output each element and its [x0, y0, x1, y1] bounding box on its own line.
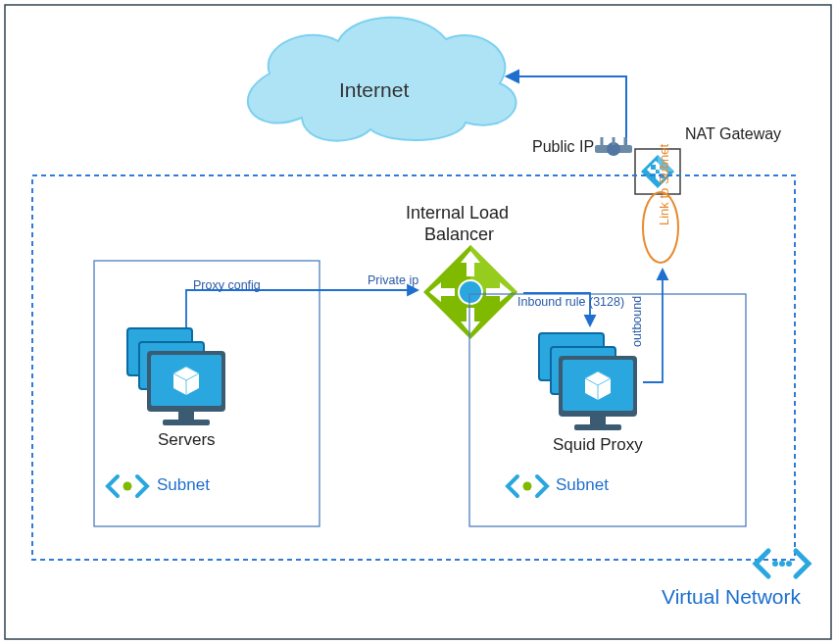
svg-rect-41 [590, 417, 606, 424]
subnet-label-right: Subnet [556, 475, 609, 495]
internal-lb-label-2: Balancer [424, 224, 494, 245]
svg-marker-0 [507, 71, 518, 82]
arrow-nat-to-internet [507, 71, 626, 148]
svg-marker-47 [585, 316, 595, 325]
servers-label: Servers [158, 430, 216, 450]
svg-rect-14 [651, 170, 656, 173]
svg-point-52 [779, 561, 785, 567]
virtual-network-icon [756, 551, 809, 576]
squid-proxy-icon [539, 333, 637, 430]
servers-icon [127, 328, 225, 425]
internet-label: Internet [339, 78, 409, 102]
private-ip-label: Private ip [368, 273, 418, 287]
squid-proxy-label: Squid Proxy [553, 435, 643, 455]
diagram-svg [0, 0, 836, 644]
svg-rect-42 [574, 424, 621, 430]
subnet-label-left: Subnet [157, 475, 210, 495]
subnet-tag-icon-left [108, 476, 147, 496]
svg-point-51 [772, 561, 778, 567]
svg-rect-32 [178, 412, 194, 420]
public-ip-icon [595, 137, 632, 156]
internal-lb-label-1: Internal Load [406, 203, 509, 223]
diagram-canvas: Internet Public IP NAT Gateway Link to S… [0, 0, 836, 644]
svg-point-53 [786, 561, 792, 567]
subnet-tag-icon-right [508, 476, 547, 496]
outbound-label: outbound [630, 296, 644, 347]
svg-marker-48 [658, 270, 667, 279]
public-ip-label: Public IP [532, 138, 594, 156]
nat-gateway-label: NAT Gateway [685, 125, 781, 143]
svg-point-50 [523, 482, 532, 491]
svg-point-19 [459, 280, 482, 304]
virtual-network-label: Virtual Network [662, 585, 801, 609]
proxy-config-label: Proxy config [193, 278, 261, 292]
link-to-subnet-label: Link to Subnet [657, 144, 671, 225]
inbound-rule-label: Inbound rule (3128) [517, 295, 624, 309]
arrow-outbound [643, 270, 667, 382]
svg-rect-33 [163, 420, 210, 425]
load-balancer-icon [423, 245, 517, 339]
svg-point-49 [123, 482, 132, 491]
